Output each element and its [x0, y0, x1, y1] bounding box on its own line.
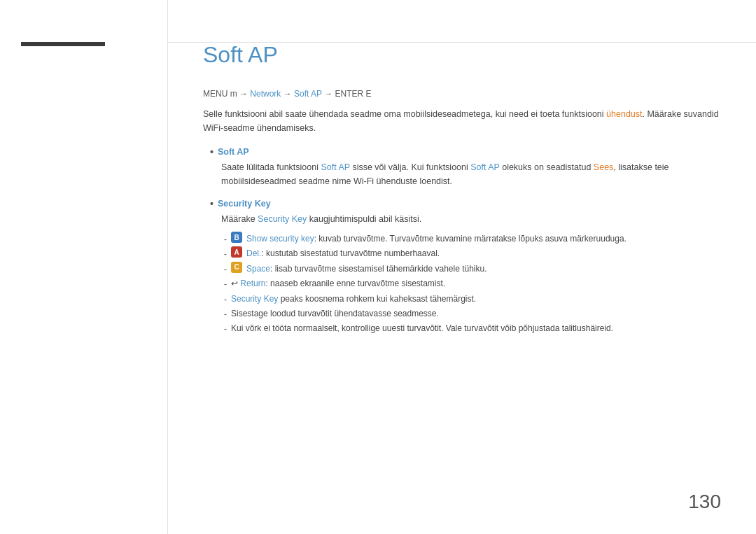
- security-key-sublist: B Show security key: kuvab turvavõtme. T…: [224, 232, 721, 337]
- intro-paragraph: Selle funktsiooni abil saate ühendada se…: [203, 107, 721, 135]
- section-list: Soft AP Saate lülitada funktsiooni Soft …: [210, 146, 721, 337]
- page-layout: Soft AP MENU m → Network → Soft AP → ENT…: [0, 0, 756, 534]
- badge-a: A: [231, 246, 242, 258]
- top-divider: [168, 42, 756, 43]
- badge-b: B: [231, 232, 242, 243]
- subitem-del: A Del.: kustutab sisestatud turvavõtme n…: [224, 246, 721, 261]
- breadcrumb: MENU m → Network → Soft AP → ENTER E: [203, 89, 721, 99]
- soft-ap-label: Soft AP: [210, 146, 721, 157]
- subitem-space: C Space: lisab turvavõtme sisestamisel t…: [224, 262, 721, 276]
- security-key-desc: Määrake Security Key kaugjuhtimispuldi a…: [221, 212, 721, 226]
- security-key-label: Security Key: [210, 198, 721, 209]
- breadcrumb-text: MENU m → Network → Soft AP → ENTER E: [203, 89, 372, 99]
- subitem-length: Security Key peaks koosnema rohkem kui k…: [224, 292, 721, 307]
- sidebar: [0, 0, 168, 534]
- section-security-key: Security Key Määrake Security Key kaugju…: [210, 198, 721, 337]
- section-soft-ap: Soft AP Saate lülitada funktsiooni Soft …: [210, 146, 721, 188]
- soft-ap-desc: Saate lülitada funktsiooni Soft AP sisse…: [221, 160, 721, 188]
- subitem-enter: Sisestage loodud turvavõtit ühendatavass…: [224, 307, 721, 321]
- subitem-return: ↩ Return: naaseb ekraanile enne turvavõt…: [224, 276, 721, 291]
- page-title: Soft AP: [203, 42, 721, 68]
- main-content: Soft AP MENU m → Network → Soft AP → ENT…: [168, 0, 756, 534]
- sidebar-accent: [21, 42, 105, 46]
- subitem-show-security-key: B Show security key: kuvab turvavõtme. T…: [224, 232, 721, 246]
- subitem-check: Kui võrk ei tööta normaalselt, kontrolli…: [224, 321, 721, 336]
- badge-c: C: [231, 262, 242, 273]
- page-number: 130: [688, 491, 721, 513]
